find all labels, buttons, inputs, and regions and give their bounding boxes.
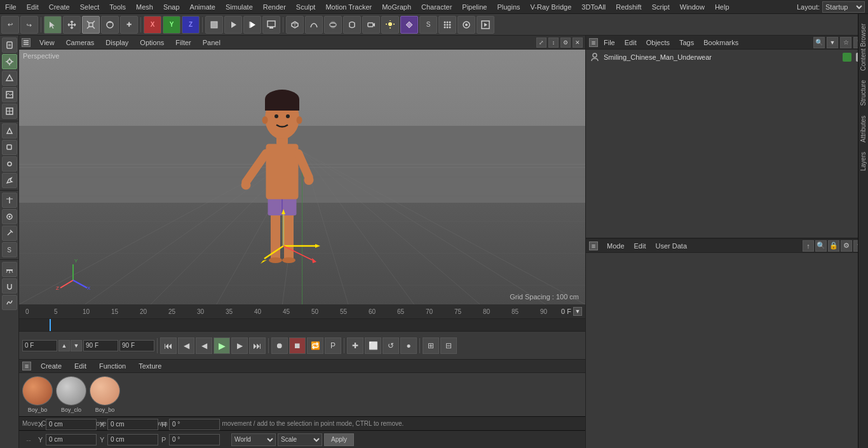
toolbar-z-axis[interactable]: Z [182,16,200,34]
timeline-preview-start[interactable] [83,340,118,351]
coord-y2-field[interactable] [107,434,158,445]
attr-settings[interactable]: ⚙ [841,240,852,252]
mat-menu-btn[interactable]: ≡ [22,362,31,370]
obj-visibility-dot[interactable] [843,53,851,62]
timeline-start-frame[interactable] [22,340,57,351]
sidebar-grid[interactable] [2,104,17,119]
material-item-0[interactable]: Boy_bo [22,376,53,413]
menu-sculpt[interactable]: Sculpt [291,2,321,12]
side-tab-layers[interactable]: Layers [858,149,868,174]
sidebar-wireframe[interactable] [2,71,17,86]
toolbar-shader[interactable] [400,16,418,34]
menu-vray[interactable]: V-Ray Bridge [526,2,577,12]
search-icon-btn[interactable]: 🔍 [813,37,825,48]
menu-edit[interactable]: Edit [22,2,44,12]
sidebar-texture[interactable] [2,87,17,102]
right-panel-menu-btn[interactable]: ≡ [589,38,598,47]
toolbar-rotate-tool[interactable] [101,16,119,34]
toolbar-move-tool[interactable] [63,16,81,34]
toolbar-redo[interactable]: ↩ [20,16,38,34]
coord-x1-field[interactable] [46,419,97,430]
menu-snap[interactable]: Snap [158,2,185,12]
sidebar-magnet[interactable] [2,278,17,294]
sidebar-move[interactable] [2,54,17,69]
toolbar-x-axis[interactable]: X [144,16,161,34]
timeline-end-frame[interactable] [119,340,154,351]
attr-tab-edit[interactable]: Edit [631,242,649,250]
viewport-tab-view[interactable]: View [34,37,60,48]
menu-tools[interactable]: Tools [104,2,131,12]
coord-apply-btn[interactable]: Apply [324,433,354,446]
frame-step-up[interactable]: ▼ [71,340,82,351]
side-tab-content[interactable]: Content Browser [858,20,868,74]
toolbar-cube[interactable] [286,16,304,34]
play-backward[interactable]: ◀ [196,337,212,354]
attr-search[interactable]: 🔍 [815,240,827,252]
menu-pipeline[interactable]: Pipeline [457,2,492,12]
layout-dropdown[interactable]: Startup Standard [822,1,865,13]
right-tab-edit[interactable]: Edit [621,39,641,46]
viewport-3d[interactable]: Y Z X Perspective Grid Spacing : 100 cm [19,50,585,304]
timeline-scale-key[interactable]: ⬜ [365,337,381,354]
mat-tab-texture[interactable]: Texture [135,362,165,370]
sidebar-pen[interactable] [2,173,17,188]
record-motion[interactable]: P [325,337,341,354]
timeline-layout[interactable]: ⊟ [440,337,457,354]
sidebar-smooth[interactable] [2,209,17,224]
menu-character[interactable]: Character [416,2,457,12]
right-tab-objects[interactable]: Objects [642,39,674,46]
toolbar-select-tool[interactable] [44,16,62,34]
viewport-tab-filter[interactable]: Filter [170,37,196,48]
toolbar-transform-tool[interactable]: ✚ [120,16,138,34]
frame-step-down[interactable]: ▲ [58,340,70,351]
mat-tab-edit[interactable]: Edit [71,362,90,370]
menu-select[interactable]: Select [75,2,105,12]
sidebar-floor[interactable] [2,262,17,277]
toolbar-spline[interactable] [305,16,323,34]
menu-help[interactable]: Help [710,2,735,12]
side-tab-structure[interactable]: Structure [858,77,868,109]
menu-mograph[interactable]: MoGraph [377,2,416,12]
sidebar-capsule[interactable] [2,156,17,172]
menu-motion-tracker[interactable]: Motion Tracker [320,2,377,12]
mat-tab-function[interactable]: Function [96,362,129,370]
side-tab-attributes[interactable]: Attributes [858,112,868,146]
toolbar-undo[interactable]: ↩ [1,16,19,34]
timeline-autokey[interactable]: ● [400,337,417,354]
toolbar-scale-tool[interactable] [82,16,100,34]
attr-lock[interactable]: 🔒 [828,240,839,252]
menu-animate[interactable]: Animate [185,2,220,12]
sidebar-skin[interactable]: S [2,242,17,257]
sidebar-sculpt2[interactable] [2,295,17,310]
toolbar-render-viewport[interactable] [477,16,494,34]
object-item-man[interactable]: Smiling_Chinese_Man_Underwear [586,50,868,65]
menu-file[interactable]: File [0,2,22,12]
play-prev-frame[interactable]: ◀ [178,337,194,354]
right-tab-file[interactable]: File [600,39,619,46]
toolbar-freeze[interactable]: S [419,16,437,34]
material-item-1[interactable]: Boy_clo [56,376,86,413]
frame-step-btn[interactable]: ▼ [573,307,582,316]
toolbar-object-mode[interactable] [205,16,223,34]
menu-script[interactable]: Script [647,2,675,12]
toolbar-camera[interactable] [362,16,380,34]
viewport-menu-btn[interactable] [22,38,31,47]
play-forward[interactable]: ▶ [214,337,230,354]
coord-h-field[interactable] [169,419,220,430]
viewport-tab-cameras[interactable]: Cameras [61,37,100,48]
timeline-loop-key[interactable]: ↺ [383,337,399,354]
play-next-frame[interactable]: ▶ [231,337,248,354]
material-item-2[interactable]: Boy_bo [90,376,120,413]
toolbar-render-view[interactable] [243,16,261,34]
toolbar-nurbs[interactable] [324,16,342,34]
sidebar-boolean[interactable] [2,140,17,155]
attr-tab-userdata[interactable]: User Data [653,242,691,250]
viewport-layout-btn[interactable]: ↕ [548,37,559,48]
viewport-tab-display[interactable]: Display [100,37,133,48]
toolbar-light[interactable] [381,16,399,34]
sidebar-rivet[interactable] [2,193,17,208]
record-stop[interactable]: ⏹ [289,337,306,354]
sidebar-deform[interactable] [2,123,17,139]
coord-scale-dropdown[interactable]: Scale [278,433,322,446]
sidebar-paint[interactable] [2,226,17,241]
